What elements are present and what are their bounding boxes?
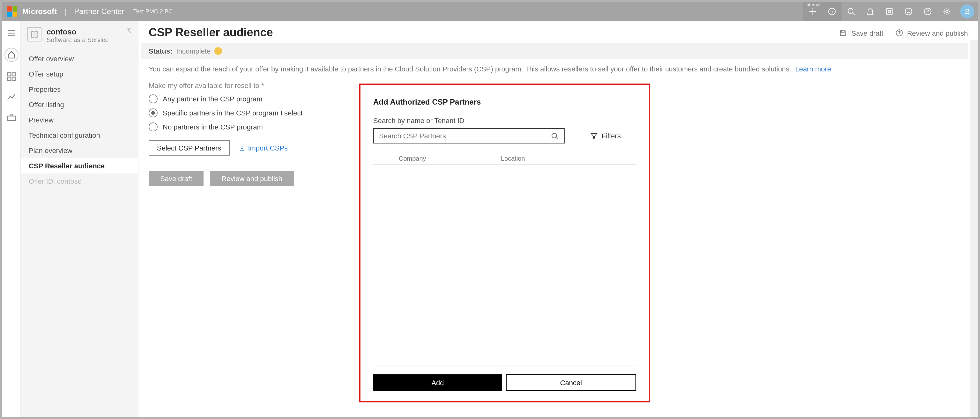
sidebar-item-plan-overview[interactable]: Plan overview <box>21 143 138 158</box>
sidebar: contoso Software as a Service ⇱ Offer ov… <box>21 21 138 417</box>
scrollbar-track[interactable] <box>970 40 978 417</box>
microsoft-logo-icon <box>7 6 17 17</box>
tenant-type: Software as a Service <box>46 37 109 43</box>
publish-icon <box>895 29 903 37</box>
search-label: Search by name or Tenant ID <box>373 117 636 124</box>
filters-button[interactable]: Filters <box>590 132 621 140</box>
icon-rail <box>2 21 21 417</box>
svg-point-5 <box>946 11 948 13</box>
results-table-header: Company Location <box>373 155 636 165</box>
top-bar: Microsoft | Partner Center Test PMC 2 PC… <box>2 2 978 21</box>
rail-menu-icon[interactable] <box>5 27 17 39</box>
radio-icon <box>149 122 158 132</box>
brand-label: Microsoft <box>22 7 57 16</box>
column-location: Location <box>501 155 525 162</box>
product-label: Partner Center <box>74 7 124 16</box>
svg-rect-13 <box>35 32 38 34</box>
search-partners-input[interactable] <box>379 132 550 140</box>
svg-rect-11 <box>7 116 15 121</box>
save-draft-top[interactable]: Save draft <box>839 29 883 37</box>
svg-point-16 <box>552 133 557 138</box>
learn-more-link[interactable]: Learn more <box>795 65 831 73</box>
help-icon[interactable] <box>918 2 937 21</box>
rail-home-icon[interactable] <box>4 48 18 62</box>
svg-point-6 <box>966 9 969 12</box>
column-company: Company <box>373 155 501 162</box>
status-indicator-icon <box>215 47 222 55</box>
tenant-name: contoso <box>46 27 109 37</box>
sidebar-item-csp-reseller-audience[interactable]: CSP Reseller audience <box>21 158 138 173</box>
modal-title: Add Authorized CSP Partners <box>373 98 636 106</box>
radio-icon <box>149 94 158 103</box>
diagnostics-icon[interactable] <box>880 2 899 21</box>
env-tag: Test PMC 2 PC <box>129 8 173 15</box>
add-csp-partners-modal: Add Authorized CSP Partners Search by na… <box>359 84 650 402</box>
status-value: Incomplete <box>177 47 211 55</box>
topbar-clock-button[interactable] <box>822 2 842 21</box>
cancel-button[interactable]: Cancel <box>506 375 636 391</box>
search-icon <box>550 132 559 140</box>
save-icon <box>839 29 848 37</box>
svg-rect-12 <box>32 32 34 37</box>
user-avatar[interactable] <box>960 5 974 19</box>
sidebar-item-preview[interactable]: Preview <box>21 112 138 127</box>
filter-icon <box>590 132 598 140</box>
svg-point-3 <box>905 8 912 15</box>
search-partners-input-wrap[interactable] <box>373 128 565 143</box>
notifications-icon[interactable] <box>861 2 880 21</box>
sidebar-item-properties[interactable]: Properties <box>21 82 138 97</box>
sidebar-item-offer-id: Offer ID: contoso <box>21 173 138 189</box>
rail-dashboard-icon[interactable] <box>5 71 17 82</box>
rail-toolbox-icon[interactable] <box>5 112 17 123</box>
page-title: CSP Reseller audience <box>149 26 273 40</box>
offer-card: contoso Software as a Service ⇱ <box>21 21 138 48</box>
svg-rect-14 <box>35 35 38 38</box>
select-csp-partners-button[interactable]: Select CSP Partners <box>149 140 229 156</box>
sidebar-item-offer-setup[interactable]: Offer setup <box>21 66 138 82</box>
svg-point-1 <box>848 8 853 13</box>
svg-rect-7 <box>7 73 11 76</box>
svg-rect-8 <box>12 73 15 76</box>
svg-rect-9 <box>7 77 11 80</box>
svg-rect-2 <box>886 9 892 14</box>
description-text: You can expand the reach of your offer b… <box>149 65 968 73</box>
settings-icon[interactable] <box>937 2 956 21</box>
import-csps-link[interactable]: Import CSPs <box>238 144 288 152</box>
feedback-icon[interactable] <box>899 2 918 21</box>
sidebar-item-offer-listing[interactable]: Offer listing <box>21 97 138 112</box>
sidebar-item-offer-overview[interactable]: Offer overview <box>21 51 138 66</box>
save-draft-button[interactable]: Save draft <box>149 171 204 186</box>
status-bar: Status: Incomplete <box>141 43 968 59</box>
svg-rect-10 <box>12 77 15 80</box>
radio-icon <box>149 108 158 117</box>
pin-icon[interactable]: ⇱ <box>126 27 131 35</box>
sidebar-item-technical-configuration[interactable]: Technical configuration <box>21 127 138 143</box>
add-button[interactable]: Add <box>373 375 502 391</box>
import-icon <box>238 144 245 151</box>
review-publish-button[interactable]: Review and publish <box>210 171 294 186</box>
rail-analytics-icon[interactable] <box>5 91 17 103</box>
offer-type-icon <box>27 27 41 41</box>
search-icon[interactable] <box>842 2 861 21</box>
review-publish-top[interactable]: Review and publish <box>895 29 968 37</box>
topbar-extra-button[interactable]: Internal <box>803 2 822 21</box>
